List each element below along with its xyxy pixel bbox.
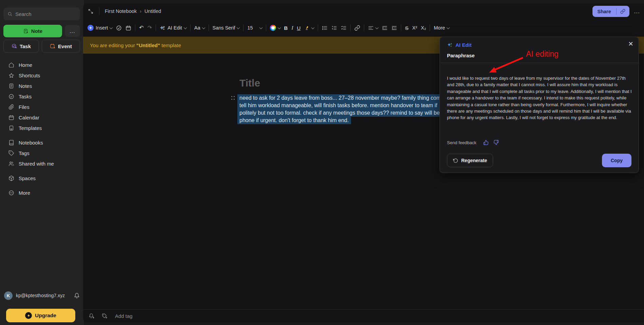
chevron-down-icon (311, 26, 315, 29)
breadcrumb-notebook[interactable]: First Notebook (105, 8, 137, 14)
share-button[interactable]: Share (592, 6, 616, 17)
refresh-icon (453, 158, 458, 163)
copy-button[interactable]: Copy (602, 154, 631, 167)
bell-icon[interactable] (74, 293, 80, 299)
align-menu[interactable] (368, 25, 378, 31)
share-button-group: Share (592, 6, 629, 17)
avatar[interactable]: K (4, 291, 13, 300)
note-text-line[interactable]: tell him workload manageable, will finis… (237, 102, 456, 109)
app-window: Note ... Task Event Home Shortcuts Notes (0, 0, 644, 325)
sidebar-item-more[interactable]: More (0, 188, 84, 198)
sidebar-item-label: Shortcuts (19, 73, 40, 78)
sidebar-item-spaces[interactable]: Spaces (0, 173, 84, 184)
sidebar-item-notes[interactable]: Notes (0, 81, 84, 91)
bullet-list-icon (322, 25, 328, 31)
search-box[interactable] (3, 7, 80, 20)
insert-label: Insert (96, 25, 108, 31)
highlight-menu[interactable] (304, 25, 314, 31)
sidebar-item-label: Shared with me (19, 161, 54, 167)
breadcrumb-note[interactable]: Untitled (144, 8, 161, 14)
text-color-menu[interactable] (270, 25, 280, 31)
note-title-placeholder[interactable]: Title (239, 77, 260, 89)
new-event-button[interactable]: Event (42, 40, 80, 53)
insert-event-button[interactable] (125, 25, 131, 31)
sidebar-item-shared-with-me[interactable]: Shared with me (0, 158, 84, 169)
underline-button[interactable]: U (297, 25, 301, 31)
sidebar-item-calendar[interactable]: Calendar (0, 112, 84, 123)
note-text-line[interactable]: politely but not too formal. check if an… (237, 109, 456, 117)
bolt-icon (25, 312, 32, 319)
user-email: kp@kptesthosting7.xyz (16, 293, 71, 298)
ai-edit-menu[interactable]: AI Edit (160, 25, 187, 31)
numbered-list-button[interactable] (331, 25, 337, 31)
ai-result-text: I would like to request two days of leav… (440, 63, 641, 121)
text-style-menu[interactable]: Aa (194, 25, 205, 31)
more-label: More (434, 25, 445, 31)
outdent-button[interactable] (391, 25, 397, 31)
indent-button[interactable] (382, 25, 388, 31)
paperclip-icon (8, 104, 14, 110)
thumbs-up-icon[interactable] (483, 140, 489, 145)
superscript-button[interactable]: X² (412, 25, 417, 31)
sidebar-item-home[interactable]: Home (0, 60, 84, 70)
sidebar-item-templates[interactable]: Templates (0, 123, 84, 133)
note-icon (8, 83, 14, 89)
header-actions: Share ... (592, 6, 640, 17)
note-options-button[interactable]: ... (65, 25, 80, 37)
add-tag-icon[interactable] (102, 313, 108, 319)
font-size-select[interactable]: 15 (247, 25, 262, 31)
note-more-button[interactable]: ... (634, 8, 640, 15)
new-task-button[interactable]: Task (3, 40, 39, 53)
insert-menu[interactable]: + Insert (87, 25, 112, 31)
search-icon (7, 11, 12, 17)
sidebar-item-tasks[interactable]: Tasks (0, 91, 84, 102)
calendar-icon (125, 25, 131, 31)
checklist-icon (341, 25, 347, 31)
redo-button[interactable]: ↷ (148, 25, 152, 31)
chevron-down-icon (183, 26, 187, 29)
thumbs-down-icon[interactable] (493, 140, 499, 145)
close-icon[interactable]: × (628, 40, 633, 48)
strikethrough-button[interactable]: S (405, 25, 408, 31)
add-reminder-icon[interactable] (89, 313, 94, 319)
expand-icon[interactable] (88, 8, 94, 14)
upgrade-button[interactable]: Upgrade (6, 309, 75, 322)
sidebar-nav-more: More (0, 188, 84, 198)
undo-button[interactable]: ↶ (139, 25, 143, 31)
banner-template-name: "Untitled" (136, 42, 160, 48)
note-text-line[interactable]: need to ask for 2 days leave from boss..… (237, 94, 456, 102)
sidebar-item-label: Spaces (19, 175, 36, 181)
sidebar-item-label: Notes (19, 83, 32, 89)
sidebar-item-files[interactable]: Files (0, 102, 84, 112)
link-icon (620, 9, 625, 14)
sidebar-item-shortcuts[interactable]: Shortcuts (0, 70, 84, 81)
sidebar-item-label: Tasks (19, 94, 32, 99)
add-tag-field[interactable]: Add tag (115, 313, 133, 319)
font-family-select[interactable]: Sans Serif (213, 25, 240, 31)
toolbar-more-menu[interactable]: More (434, 25, 449, 31)
account-row[interactable]: K kp@kptesthosting7.xyz (4, 290, 80, 301)
copy-link-button[interactable] (617, 6, 629, 17)
italic-button[interactable]: I (291, 25, 293, 31)
calendar-icon (8, 115, 14, 120)
bullet-list-button[interactable] (322, 25, 328, 31)
subscript-button[interactable]: X₂ (421, 25, 426, 31)
chevron-down-icon (110, 26, 113, 29)
sidebar-item-tags[interactable]: Tags (0, 148, 84, 158)
toolbar-divider (401, 24, 401, 31)
sidebar-item-notebooks[interactable]: Notebooks (0, 137, 84, 148)
sidebar-nav-spaces: Spaces (0, 173, 84, 184)
search-input[interactable] (15, 11, 76, 17)
drag-handle-icon[interactable] (231, 96, 235, 100)
new-note-button[interactable]: Note (3, 25, 62, 37)
star-icon (8, 73, 14, 78)
note-text-line[interactable]: phone if urgent. don't forget to thank h… (237, 117, 351, 124)
insert-link-button[interactable] (354, 25, 360, 31)
new-task-label: Task (20, 43, 31, 49)
toolbar-divider (156, 24, 156, 31)
insert-task-button[interactable] (116, 25, 122, 31)
bold-button[interactable]: B (284, 25, 288, 31)
new-note-label: Note (31, 28, 42, 34)
regenerate-button[interactable]: Regenerate (447, 154, 493, 167)
checklist-button[interactable] (341, 25, 347, 31)
